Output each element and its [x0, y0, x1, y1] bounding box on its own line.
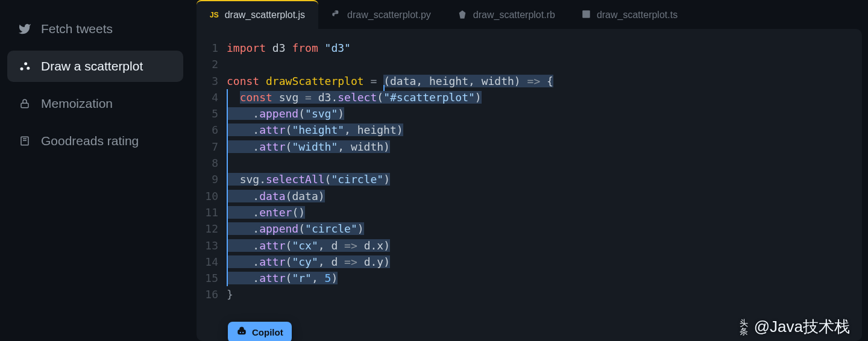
- code-line: 16}: [197, 286, 862, 302]
- book-icon: [18, 134, 31, 148]
- code-content: .append("svg"): [227, 105, 344, 122]
- line-number: 2: [197, 56, 227, 72]
- code-content: import d3 from "d3": [227, 40, 351, 56]
- code-content: .attr("width", width): [227, 139, 390, 155]
- sidebar-item-label: Fetch tweets: [41, 22, 113, 36]
- lock-icon: [18, 97, 31, 110]
- code-line: 2: [197, 56, 862, 72]
- code-content: .attr("cx", d => d.x): [227, 237, 390, 254]
- tab-py[interactable]: draw_scatterplot.py: [318, 0, 444, 29]
- code-line: 1import d3 from "d3": [197, 40, 862, 56]
- tab-ts[interactable]: draw_scatterplot.ts: [568, 0, 691, 29]
- svg-point-1: [24, 62, 27, 65]
- code-content: const svg = d3.select("#scatterplot"): [227, 89, 482, 105]
- line-number: 1: [197, 40, 227, 56]
- code-line: 8: [197, 155, 862, 171]
- code-content: .attr("r", 5): [227, 270, 338, 286]
- code-line: 15 .attr("r", 5): [197, 270, 862, 286]
- code-content: svg.selectAll("circle"): [227, 171, 390, 187]
- code-content: }: [227, 286, 233, 302]
- svg-rect-3: [21, 103, 28, 108]
- sidebar: Fetch tweets Draw a scatterplot Memoizat…: [0, 0, 190, 341]
- code-content: .append("circle"): [227, 221, 364, 237]
- code-editor[interactable]: 1import d3 from "d3"23const drawScatterp…: [197, 29, 862, 341]
- code-line: 10 .data(data): [197, 188, 862, 204]
- code-line: 11 .enter(): [197, 204, 862, 221]
- ruby-icon: [458, 10, 467, 21]
- sidebar-item-goodreads[interactable]: Goodreads rating: [7, 125, 183, 157]
- copilot-label: Copilot: [252, 327, 283, 337]
- scatter-icon: [18, 60, 31, 73]
- svg-point-0: [20, 67, 24, 70]
- line-number: 12: [197, 221, 227, 237]
- line-number: 4: [197, 89, 227, 105]
- sidebar-item-label: Memoization: [41, 96, 113, 111]
- toutiao-icon: 头条: [740, 319, 748, 336]
- tab-rb[interactable]: draw_scatterplot.rb: [444, 0, 568, 29]
- tab-js[interactable]: JS draw_scatterplot.js: [197, 0, 318, 29]
- tabs: JS draw_scatterplot.js draw_scatterplot.…: [197, 0, 862, 29]
- code-line: 7 .attr("width", width): [197, 139, 862, 155]
- sidebar-item-label: Goodreads rating: [41, 134, 139, 148]
- svg-point-2: [27, 67, 30, 70]
- tab-label: draw_scatterplot.rb: [473, 10, 555, 20]
- line-number: 11: [197, 204, 227, 221]
- watermark: 头条 @Java技术栈: [740, 316, 850, 337]
- python-icon: [332, 10, 341, 21]
- svg-rect-7: [582, 10, 590, 18]
- code-content: .data(data): [227, 188, 325, 204]
- copilot-button[interactable]: Copilot: [228, 322, 292, 341]
- sidebar-item-label: Draw a scatterplot: [41, 59, 143, 74]
- line-number: 13: [197, 237, 227, 254]
- code-line: 6 .attr("height", height): [197, 122, 862, 138]
- line-number: 3: [197, 73, 227, 89]
- editor-area: JS draw_scatterplot.js draw_scatterplot.…: [197, 0, 862, 341]
- line-number: 16: [197, 286, 227, 302]
- line-number: 8: [197, 155, 227, 171]
- code-line: 4 const svg = d3.select("#scatterplot"): [197, 89, 862, 105]
- copilot-icon: [236, 326, 247, 339]
- sidebar-item-fetch-tweets[interactable]: Fetch tweets: [7, 13, 183, 45]
- sidebar-item-memoization[interactable]: Memoization: [7, 88, 183, 119]
- twitter-icon: [18, 22, 31, 36]
- line-number: 6: [197, 122, 227, 138]
- typescript-icon: [582, 10, 591, 20]
- code-line: 14 .attr("cy", d => d.y): [197, 254, 862, 270]
- code-line: 12 .append("circle"): [197, 221, 862, 237]
- js-icon: JS: [210, 11, 219, 19]
- line-number: 15: [197, 270, 227, 286]
- line-number: 10: [197, 188, 227, 204]
- tab-label: draw_scatterplot.py: [347, 10, 431, 20]
- code-content: .attr("cy", d => d.y): [227, 254, 390, 270]
- code-content: .attr("height", height): [227, 122, 403, 138]
- tab-label: draw_scatterplot.js: [225, 10, 305, 20]
- line-number: 14: [197, 254, 227, 270]
- tab-label: draw_scatterplot.ts: [597, 10, 678, 20]
- line-number: 5: [197, 105, 227, 122]
- sidebar-item-draw-scatterplot[interactable]: Draw a scatterplot: [7, 51, 183, 82]
- code-line: 9 svg.selectAll("circle"): [197, 171, 862, 187]
- code-line: 3const drawScatterplot = (data, height, …: [197, 73, 862, 89]
- code-line: 5 .append("svg"): [197, 105, 862, 122]
- code-content: const drawScatterplot = (data, height, w…: [227, 73, 553, 89]
- watermark-text: @Java技术栈: [754, 316, 850, 337]
- line-number: 9: [197, 171, 227, 187]
- code-line: 13 .attr("cx", d => d.x): [197, 237, 862, 254]
- line-number: 7: [197, 139, 227, 155]
- code-content: .enter(): [227, 204, 305, 221]
